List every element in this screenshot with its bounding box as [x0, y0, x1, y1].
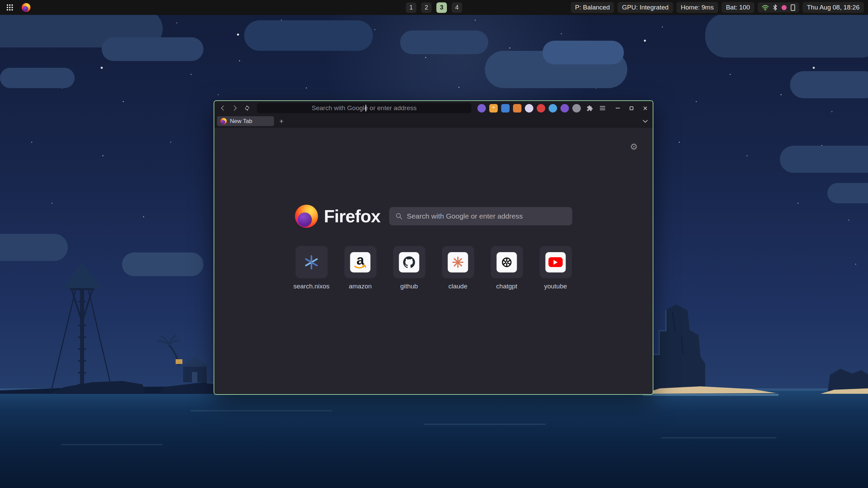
extension-icon-9[interactable] — [572, 104, 581, 113]
extension-icon-2[interactable]: " — [489, 104, 498, 113]
shortcut-label: claude — [449, 283, 468, 290]
firefox-logo — [295, 205, 318, 228]
nixos-icon — [304, 255, 319, 270]
forward-button[interactable] — [230, 103, 240, 113]
bluetooth-icon[interactable] — [773, 4, 777, 11]
text-cursor — [366, 105, 366, 111]
shortcut-label: search.nixos — [293, 283, 330, 290]
claude-icon — [451, 256, 465, 269]
firefox-wordmark: Firefox — [324, 206, 380, 226]
reload-button[interactable] — [242, 103, 252, 113]
shortcut-amazon[interactable]: a amazon — [344, 246, 376, 290]
github-icon — [402, 255, 416, 269]
maximize-button[interactable] — [627, 104, 636, 113]
hamburger-icon — [600, 106, 605, 110]
workspace-button-1[interactable]: 1 — [406, 2, 416, 13]
firefox-window: Search with Google or enter address " — [214, 100, 653, 395]
menu-button[interactable] — [597, 103, 608, 113]
power-profile-module[interactable]: P: Balanced — [571, 2, 614, 13]
workspace-switcher: 1 2 3 4 — [406, 2, 462, 13]
extension-icon-8[interactable] — [560, 104, 569, 113]
extension-icon-3[interactable] — [501, 104, 510, 113]
shortcut-label: amazon — [349, 283, 372, 290]
shortcut-claude[interactable]: claude — [442, 246, 474, 290]
youtube-icon — [549, 257, 563, 267]
window-controls — [613, 104, 649, 113]
extension-icon-4[interactable] — [513, 104, 521, 113]
address-bar-placeholder: Search with Google or enter address — [312, 104, 416, 112]
address-bar[interactable]: Search with Google or enter address — [257, 103, 471, 113]
new-tab-button[interactable]: + — [277, 117, 286, 126]
gpu-module[interactable]: GPU: Integrated — [617, 2, 673, 13]
shortcut-youtube[interactable]: youtube — [539, 246, 572, 290]
recorder-icon[interactable] — [782, 5, 787, 10]
extension-icon-5[interactable] — [525, 104, 533, 113]
search-icon — [395, 212, 403, 220]
clock[interactable]: Thu Aug 08, 18:26 — [803, 2, 864, 13]
browser-toolbar: Search with Google or enter address " — [214, 101, 653, 115]
firefox-brand: Firefox — [295, 205, 380, 228]
extension-icon-1[interactable] — [477, 104, 486, 113]
device-icon[interactable] — [791, 4, 795, 11]
shortcut-chatgpt[interactable]: chatgpt — [491, 246, 523, 290]
extension-row: " — [477, 104, 581, 113]
latency-module[interactable]: Home: 9ms — [676, 2, 718, 13]
workspace-button-2[interactable]: 2 — [421, 2, 432, 13]
workspace-button-4[interactable]: 4 — [452, 2, 462, 13]
shortcut-label: youtube — [544, 283, 567, 290]
tab-bar: New Tab + — [214, 115, 653, 127]
system-tray — [758, 2, 799, 13]
tab-title: New Tab — [230, 118, 252, 125]
wifi-icon[interactable] — [762, 5, 769, 11]
status-bar: 1 2 3 4 P: Balanced GPU: Integrated Home… — [0, 0, 868, 15]
shortcut-label: chatgpt — [496, 283, 517, 290]
minimize-button[interactable] — [613, 104, 622, 113]
extension-icon-7[interactable] — [549, 104, 557, 113]
shortcut-search-nixos[interactable]: search.nixos — [295, 246, 328, 290]
newtab-page: ⚙ Firefox Search with Google or enter ad… — [214, 127, 653, 394]
workspace-button-3[interactable]: 3 — [436, 2, 447, 13]
app-launcher-icon[interactable] — [7, 4, 13, 11]
shortcut-label: github — [400, 283, 418, 290]
chatgpt-icon — [500, 256, 514, 269]
personalize-gear-icon[interactable]: ⚙ — [630, 142, 638, 151]
shortcut-github[interactable]: github — [393, 246, 425, 290]
firefox-taskbar-icon[interactable] — [22, 3, 31, 12]
extension-icon-6[interactable] — [537, 104, 545, 113]
close-button[interactable] — [640, 104, 649, 113]
firefox-favicon — [220, 118, 227, 124]
search-placeholder: Search with Google or enter address — [407, 212, 523, 220]
extensions-puzzle-icon[interactable] — [584, 103, 595, 113]
shortcut-grid: search.nixos a amazon — [295, 246, 572, 290]
back-button[interactable] — [218, 103, 228, 113]
newtab-hero: Firefox Search with Google or enter addr… — [295, 205, 572, 228]
list-all-tabs-button[interactable] — [640, 117, 650, 126]
newtab-search-input[interactable]: Search with Google or enter address — [389, 207, 572, 225]
tab-new-tab[interactable]: New Tab — [217, 116, 274, 126]
battery-module[interactable]: Bat: 100 — [722, 2, 754, 13]
